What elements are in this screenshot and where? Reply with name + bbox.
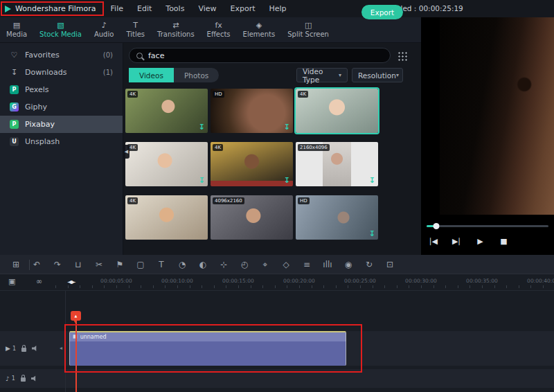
- stock-video-thumbnail[interactable]: 4096x2160 ↧: [211, 195, 293, 240]
- link-clips-icon[interactable]: ∞: [36, 277, 42, 286]
- sidebar-item-label: Downloads: [25, 68, 66, 77]
- crop-button[interactable]: ▢: [130, 255, 151, 274]
- seek-handle[interactable]: [434, 223, 440, 229]
- search-icon: [136, 53, 143, 59]
- stock-video-thumbnail[interactable]: 4K ↧: [296, 89, 378, 133]
- previous-frame-button[interactable]: ∣◀: [424, 233, 442, 249]
- sidebar-item-favorites[interactable]: ♡ Favorites (0): [0, 46, 123, 64]
- tab-transitions[interactable]: ⇄ Transitions: [151, 17, 201, 42]
- timecode-label: 00:00:05:00: [86, 278, 147, 284]
- scroll-left-arrow[interactable]: ◀: [123, 145, 129, 159]
- menubar: Wondershare Filmora FileEditToolsViewExp…: [0, 0, 554, 17]
- sidebar-item-label: Pixabay: [25, 120, 55, 129]
- menu-item[interactable]: View: [198, 4, 216, 13]
- download-icon[interactable]: ↧: [284, 176, 290, 185]
- resolution-badge: 4K: [213, 144, 223, 151]
- lock-icon[interactable]: [21, 348, 26, 352]
- track-header-divider: [65, 291, 66, 392]
- add-text-button[interactable]: T: [151, 255, 172, 274]
- zoom-fit-button[interactable]: ⊡: [379, 255, 400, 274]
- tab-effects[interactable]: fx Effects: [201, 17, 237, 42]
- tab-icon: ◈: [256, 21, 262, 29]
- sidebar-item-pexels[interactable]: P Pexels: [0, 81, 123, 98]
- render-preview-button[interactable]: ↻: [359, 255, 379, 274]
- tab-media[interactable]: ▤ Media: [0, 17, 33, 42]
- stock-video-thumbnail[interactable]: 4K ↧: [125, 142, 208, 186]
- menu-item[interactable]: File: [111, 4, 123, 13]
- menu-item[interactable]: Tools: [166, 4, 184, 13]
- tab-elements[interactable]: ◈ Elements: [237, 17, 282, 42]
- resolution-dropdown[interactable]: Resolution ▾: [352, 68, 403, 82]
- sidebar-item-unsplash[interactable]: U Unsplash: [0, 133, 123, 150]
- dropdown-label: Resolution: [358, 71, 396, 80]
- speed-button[interactable]: ◔: [172, 255, 193, 274]
- timeline-clip-unnamed[interactable]: ▦ unnamed: [69, 331, 346, 366]
- keyframe-button[interactable]: ◇: [276, 255, 296, 274]
- search-input[interactable]: face: [129, 48, 391, 63]
- collapse-track-chevron[interactable]: ◂: [60, 345, 62, 351]
- video-type-dropdown[interactable]: Video Type ▾: [296, 68, 348, 82]
- timeline-ruler[interactable]: ▣ ∞ ◄► 00:00:05:0000:00:10:0000:00:15:00…: [0, 274, 554, 291]
- audio-track-header: ♪ 1: [0, 369, 65, 388]
- tab-label: Stock Media: [39, 30, 82, 38]
- download-icon[interactable]: ↧: [284, 123, 290, 132]
- toggle-photos[interactable]: Photos: [174, 68, 219, 82]
- timecode-label: 00:00:40:00: [512, 278, 554, 284]
- stock-video-thumbnail[interactable]: HD ↧: [211, 89, 293, 133]
- tab-audio[interactable]: ♪ Audio: [88, 17, 120, 42]
- stock-video-thumbnail[interactable]: HD ↧: [296, 195, 378, 240]
- sidebar-brand-icon: P: [10, 120, 19, 129]
- manage-tracks-icon[interactable]: ▣: [8, 277, 15, 286]
- delete-button[interactable]: ⊔: [68, 255, 89, 274]
- playback-controls: ∣◀▶∣▶■: [424, 233, 512, 249]
- menu-item[interactable]: Edit: [137, 4, 152, 13]
- playhead-drag-cursor[interactable]: ◄►: [67, 278, 73, 285]
- menu-item[interactable]: Export: [231, 4, 256, 13]
- toggle-videos[interactable]: Videos: [129, 68, 174, 82]
- download-icon[interactable]: ↧: [369, 229, 375, 238]
- lock-icon[interactable]: [21, 377, 26, 382]
- tab-split-screen[interactable]: ◫ Split Screen: [281, 17, 335, 42]
- sidebar-item-pixabay[interactable]: P Pixabay: [0, 116, 123, 133]
- stop-button[interactable]: ■: [494, 233, 512, 249]
- export-button[interactable]: Export: [361, 5, 403, 19]
- tab-stock-media[interactable]: ▧ Stock Media: [33, 17, 88, 42]
- stock-video-thumbnail[interactable]: 4K ↧: [125, 195, 208, 240]
- resolution-badge: 4096x2160: [213, 197, 244, 204]
- speaker-icon[interactable]: [32, 346, 38, 352]
- color-correction-button[interactable]: ◐: [193, 255, 213, 274]
- timeline-tracks: ▶ 1 ◂ ♪ 1 ▦ unnamed ▲: [0, 291, 554, 392]
- tab-label: Transitions: [157, 30, 195, 38]
- download-icon[interactable]: ↧: [369, 176, 375, 185]
- tab-titles[interactable]: T Titles: [120, 17, 151, 42]
- download-icon[interactable]: ↧: [199, 123, 205, 132]
- next-frame-button[interactable]: ▶∣: [447, 233, 465, 249]
- sidebar-brand-icon: G: [10, 103, 19, 112]
- adjust-button[interactable]: ≡: [296, 255, 317, 274]
- grid-view-icon[interactable]: [397, 51, 407, 61]
- playhead-handle[interactable]: ▲: [71, 311, 81, 321]
- stock-video-thumbnail[interactable]: 4K ↧: [211, 142, 293, 186]
- split-button[interactable]: ✂: [89, 255, 109, 274]
- preview-seek-bar[interactable]: [427, 225, 548, 227]
- sidebar-item-downloads[interactable]: ↧ Downloads (1): [0, 64, 123, 81]
- duration-button[interactable]: ◴: [234, 255, 255, 274]
- marker-button[interactable]: ⚑: [109, 255, 130, 274]
- dropdown-label: Video Type: [303, 67, 339, 84]
- resolution-badge: 2160x4096: [298, 144, 330, 151]
- stock-video-thumbnail[interactable]: 4K ↧: [125, 89, 208, 133]
- sidebar-item-giphy[interactable]: G Giphy: [0, 98, 123, 116]
- download-icon[interactable]: ↧: [199, 176, 205, 185]
- stock-video-thumbnail[interactable]: 2160x4096 ↧: [296, 142, 378, 186]
- menu-item[interactable]: Help: [269, 4, 287, 13]
- workspace-layout-button[interactable]: ⊞: [6, 255, 26, 274]
- sidebar-brand-icon: P: [10, 85, 19, 94]
- motion-tracking-button[interactable]: ⊹: [213, 255, 234, 274]
- redo-button[interactable]: ↷: [47, 255, 68, 274]
- audio-mixer-button[interactable]: ıllı: [317, 255, 338, 274]
- preview-quality-button[interactable]: ⌖: [255, 255, 276, 274]
- playhead-line[interactable]: [75, 320, 77, 392]
- play-button[interactable]: ▶: [471, 233, 489, 249]
- speaker-icon[interactable]: [31, 375, 37, 382]
- voiceover-button[interactable]: ◉: [338, 255, 359, 274]
